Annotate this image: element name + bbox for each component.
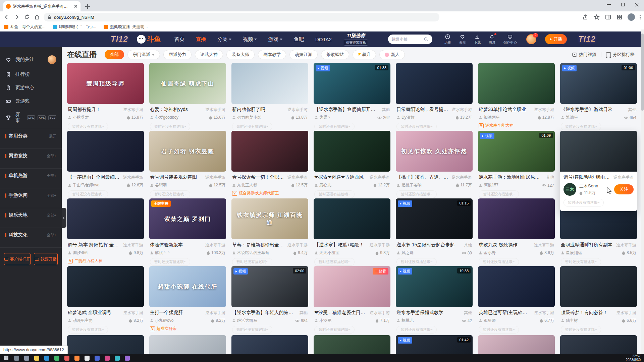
filter-pill[interactable]: 萌妹江湖 <box>289 50 318 59</box>
stream-title[interactable]: ❤探索❤奇遇❤古道西风 <box>314 174 367 180</box>
refresh-icon[interactable] <box>23 14 30 20</box>
stream-thumbnail[interactable]: 视频 01:15 <box>396 198 473 239</box>
start-streaming-button[interactable]: 我要开播 <box>34 253 58 265</box>
window-maximize-button[interactable] <box>616 0 630 9</box>
stream-title[interactable]: 顶级碎梦！有问必答！ <box>561 310 613 316</box>
stream-title[interactable]: 【一菱烟雨】全网最细致调号… <box>68 174 120 180</box>
filter-pill[interactable]: 宗门流派 <box>127 50 160 59</box>
stream-category-tag[interactable]: 逆水寒手游 <box>616 242 636 248</box>
stream-card[interactable]: 视频 02:00 【逆水寒手游】年轻人的第一款3A… 其他 <box>231 266 308 334</box>
stream-category-tag[interactable]: 逆水寒手游 <box>123 242 143 248</box>
stream-title[interactable]: 心爱：冰神相yyds <box>150 107 203 113</box>
search-box[interactable] <box>388 35 432 44</box>
nav-link[interactable]: 游戏 <box>268 36 282 43</box>
stream-card[interactable]: 调号 新本 舞阳指挥 全职业 逆水寒手游 湖汐456 9.8万 <box>67 198 144 266</box>
stream-title[interactable]: 调号 新本 舞阳指挥 全职业 <box>68 242 120 248</box>
streamer-name[interactable]: 姜珩羽 <box>150 182 209 188</box>
stream-thumbnail[interactable]: 超甜小碗砸 在线代肝 <box>149 266 226 307</box>
streamer-name[interactable]: 风之谜 <box>396 250 462 256</box>
streamer-name[interactable]: 湖汐456 <box>68 250 129 256</box>
search-input[interactable] <box>391 37 422 42</box>
stream-thumbnail[interactable] <box>149 335 226 354</box>
streamer-name[interactable]: 努力的焚小影 <box>232 115 291 120</box>
taskbar-app-icon[interactable] <box>102 354 112 362</box>
ti-qualifier-promo[interactable]: TI预选赛 观赛得荣耀枪 <box>344 33 368 46</box>
hot-videos-link[interactable]: 热门视频 <box>572 52 596 58</box>
extensions-icon[interactable] <box>616 14 623 20</box>
stream-title[interactable]: 日常舞阳论剑，看号提战（专… <box>396 107 449 113</box>
stream-thumbnail[interactable] <box>231 335 308 354</box>
scrollbar-thumb[interactable] <box>641 34 644 111</box>
taskbar-app-icon[interactable] <box>92 354 102 362</box>
stream-title[interactable]: 逆水寒手游保姆式教学 <box>396 310 461 316</box>
stream-category-tag[interactable]: 逆水寒手游 <box>534 107 554 113</box>
douyu-logo[interactable]: 斗鱼 <box>137 35 161 44</box>
tournament-logo[interactable]: LPL <box>27 115 35 120</box>
streamer-name[interactable]: 金小野 <box>479 250 540 256</box>
streamer-name[interactable]: 观星师 <box>479 318 540 323</box>
stream-category-tag[interactable]: 其他 <box>628 107 636 113</box>
stream-card[interactable]: 新内功你肝了吗 逆水寒手游 努力的焚小影 13.8万 <box>231 63 308 131</box>
home-icon[interactable] <box>34 14 40 20</box>
stream-thumbnail[interactable] <box>314 131 390 172</box>
section-expand-link[interactable]: 展开 <box>49 134 56 139</box>
zone-ranking-link[interactable]: 分区排行榜 <box>606 52 635 58</box>
stream-category-tag[interactable]: 逆水寒手游 <box>205 107 225 113</box>
stream-title[interactable]: 全职业精通睡打所有副本 <box>561 242 613 248</box>
streamer-name[interactable]: 东北王大叔 <box>232 182 291 188</box>
stream-category-tag[interactable]: 逆水寒手游 <box>123 310 143 316</box>
stream-title[interactable]: 英雄已过可帮(主玩碎梦小号神… <box>479 310 531 316</box>
start-button[interactable] <box>1 354 11 362</box>
stream-thumbnail[interactable]: 初见乍惊欢 久处亦怦然 <box>396 131 473 172</box>
stream-card[interactable]: 求败九灵 极致操作 逆水寒手游 金小野 8.6万 <box>478 198 555 266</box>
filter-pill[interactable]: 茶歌驿站 <box>321 50 349 59</box>
share-icon[interactable] <box>582 14 589 20</box>
streamer-name[interactable]: 加油阿星 <box>479 115 538 120</box>
stream-category-tag[interactable]: 逆水寒手游 <box>370 310 390 316</box>
stream-thumbnail[interactable] <box>67 266 144 307</box>
taskbar-clock[interactable]: 22:57 2023/8/30 <box>626 354 644 362</box>
filter-pill[interactable]: 新人 <box>379 50 405 59</box>
stream-card[interactable]: 紫禁之巅 罗刹门 王牌主播 体验体验新版本 逆水寒手游 <box>149 198 226 266</box>
open-in-client-button[interactable]: 客户端打开 <box>4 253 31 265</box>
stream-title[interactable]: 逆水寒手游：新地图仙居原七个大… <box>479 174 543 180</box>
section-expand-link[interactable]: 全部+ <box>47 193 56 198</box>
stream-title[interactable]: 碎梦33单排论武全职业 <box>479 107 531 113</box>
stream-category-tag[interactable]: 其他 <box>300 310 308 316</box>
sidebar-item-esports[interactable]: 赛事 LPL KPL SC2 <box>0 108 62 127</box>
streamer-name[interactable]: 星辰翔运 <box>561 250 622 256</box>
stream-category-tag[interactable]: 逆水寒手游 <box>205 175 225 180</box>
messages-menu-item[interactable]: 消息 <box>489 34 495 45</box>
section-expand-link[interactable]: 全部+ <box>47 233 56 238</box>
section-expand-link[interactable]: 全部+ <box>47 173 56 178</box>
streamer-avatar[interactable]: 三木 <box>564 183 576 196</box>
stream-thumbnail[interactable] <box>396 63 473 104</box>
filter-pill[interactable]: 全部 <box>105 50 124 59</box>
stream-category-tag[interactable]: 逆水寒手游 <box>534 310 554 316</box>
sidebar-item-webgame-center[interactable]: 页游中心 <box>0 81 62 95</box>
stream-title[interactable]: 看号探索帮一切！全职业大师… <box>232 174 285 180</box>
stream-card[interactable]: 壹周顶级导师 周周都有提升！ 逆水寒手游 <box>67 63 144 131</box>
stream-thumbnail[interactable] <box>231 131 308 172</box>
side-panel-icon[interactable] <box>605 14 611 20</box>
go-live-button[interactable]: 开播 <box>545 34 567 44</box>
filter-pill[interactable]: 副本教学 <box>258 50 286 59</box>
follow-menu-item[interactable]: 关注 <box>459 34 466 45</box>
stream-title[interactable]: 体验体验新版本 <box>150 242 203 248</box>
browser-menu-icon[interactable] <box>640 15 641 19</box>
stream-category-tag[interactable]: 其他 <box>382 107 390 113</box>
streamer-name[interactable]: 绝活大司马 <box>232 318 295 323</box>
stream-card[interactable]: 视频 01:06 《逆水寒手游》游戏日常 其他 繁 <box>560 63 637 131</box>
bookmark-item[interactable]: 斗鱼 - 每个人的直... <box>4 24 46 30</box>
streamer-name[interactable]: 不说瞎话的王草莓 <box>232 250 293 256</box>
stream-category-tag[interactable]: 逆水寒手游 <box>534 242 554 248</box>
stream-thumbnail[interactable] <box>314 335 390 354</box>
stream-title[interactable]: 【桃子】凌香、古道、探索、… <box>396 174 449 180</box>
stream-card[interactable]: 看号探索帮一切！全职业大师… 逆水寒手游 东北王大叔 12.5万 <box>231 131 308 198</box>
stream-thumbnail[interactable] <box>67 131 144 172</box>
url-field[interactable]: douyu.com/g_NSHM <box>44 13 439 21</box>
stream-card[interactable]: 【逆水寒】吃瓜+唱歌！ 逆水寒手游 天天小甜宝 9.3万 <box>314 198 390 266</box>
stream-title[interactable]: 【逆水寒】吃瓜+唱歌！ <box>314 242 367 248</box>
stream-card[interactable]: 视频 01:38 【逆水寒手游】逐鹿仙原开局武器… 其他 <box>314 63 390 131</box>
stream-thumbnail[interactable]: 视频 01:09 <box>478 131 555 172</box>
